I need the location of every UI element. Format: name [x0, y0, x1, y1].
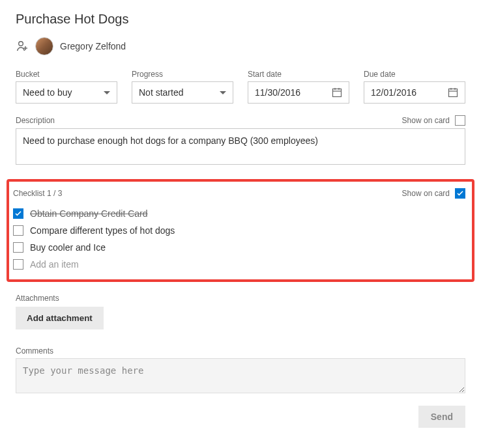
start-date-label: Start date: [248, 70, 349, 79]
description-label: Description: [16, 116, 55, 125]
due-date-value: 12/01/2016: [371, 87, 416, 98]
checkbox-checked[interactable]: [455, 188, 465, 199]
description-show-on-card[interactable]: Show on card: [402, 115, 465, 126]
comments-label: Comments: [16, 346, 465, 356]
checkbox-unchecked[interactable]: [455, 115, 465, 126]
comments-input[interactable]: [16, 358, 465, 393]
show-on-card-label: Show on card: [402, 116, 450, 125]
checklist-item[interactable]: Compare different types of hot dogs: [13, 222, 465, 239]
due-date-field: Due date 12/01/2016: [364, 70, 465, 104]
show-on-card-label: Show on card: [402, 189, 450, 198]
due-date-input[interactable]: 12/01/2016: [364, 81, 465, 104]
checkbox-unchecked[interactable]: [13, 242, 23, 253]
calendar-icon: [332, 87, 342, 98]
avatar[interactable]: [35, 37, 53, 55]
bucket-select[interactable]: Need to buy: [16, 81, 117, 104]
progress-select[interactable]: Not started: [132, 81, 233, 104]
checklist-add-placeholder: Add an item: [30, 259, 79, 270]
progress-field: Progress Not started: [132, 70, 233, 104]
check-icon: [457, 191, 463, 196]
description-header: Description Show on card: [16, 115, 465, 126]
chevron-down-icon: [104, 91, 110, 94]
start-date-input[interactable]: 11/30/2016: [248, 81, 349, 104]
bucket-field: Bucket Need to buy: [16, 70, 117, 104]
checkbox-unchecked[interactable]: [13, 259, 23, 270]
attachments-label: Attachments: [16, 294, 465, 303]
checklist-item-text: Obtain Company Credit Card: [30, 208, 148, 219]
checklist-item[interactable]: Obtain Company Credit Card: [13, 205, 465, 222]
add-attachment-button[interactable]: Add attachment: [16, 307, 104, 329]
checklist-section: Checklist 1 / 3 Show on card Obtain Comp…: [7, 179, 474, 282]
checklist-item-text: Compare different types of hot dogs: [30, 225, 175, 236]
start-date-value: 11/30/2016: [255, 87, 300, 98]
checkbox-unchecked[interactable]: [13, 225, 23, 236]
bucket-value: Need to buy: [23, 87, 72, 98]
send-button[interactable]: Send: [418, 406, 465, 428]
bucket-label: Bucket: [16, 70, 117, 79]
checklist-items: Obtain Company Credit Card Compare diffe…: [13, 205, 465, 273]
chevron-down-icon: [220, 91, 226, 94]
checklist-show-on-card[interactable]: Show on card: [402, 188, 465, 199]
add-user-icon[interactable]: [16, 40, 29, 53]
task-title[interactable]: Purchase Hot Dogs: [16, 12, 465, 27]
progress-label: Progress: [132, 70, 233, 79]
description-input[interactable]: Need to purchase enough hot dogs for a c…: [16, 128, 465, 165]
svg-point-0: [19, 42, 23, 46]
start-date-field: Start date 11/30/2016: [248, 70, 349, 104]
svg-rect-3: [333, 89, 342, 97]
due-date-label: Due date: [364, 70, 465, 79]
checklist-item[interactable]: Buy cooler and Ice: [13, 239, 465, 256]
fields-row: Bucket Need to buy Progress Not started …: [16, 70, 465, 104]
svg-rect-7: [449, 89, 458, 97]
checklist-add-item[interactable]: Add an item: [13, 256, 465, 273]
checklist-label: Checklist 1 / 3: [13, 189, 62, 198]
progress-value: Not started: [139, 87, 183, 98]
assignee-name: Gregory Zelfond: [60, 41, 126, 51]
checklist-item-text: Buy cooler and Ice: [30, 242, 106, 253]
assignee-row: Gregory Zelfond: [16, 37, 465, 55]
check-icon: [15, 211, 22, 216]
attachments-section: Attachments Add attachment: [16, 294, 465, 329]
checkbox-checked[interactable]: [13, 208, 23, 219]
calendar-icon: [448, 87, 458, 98]
